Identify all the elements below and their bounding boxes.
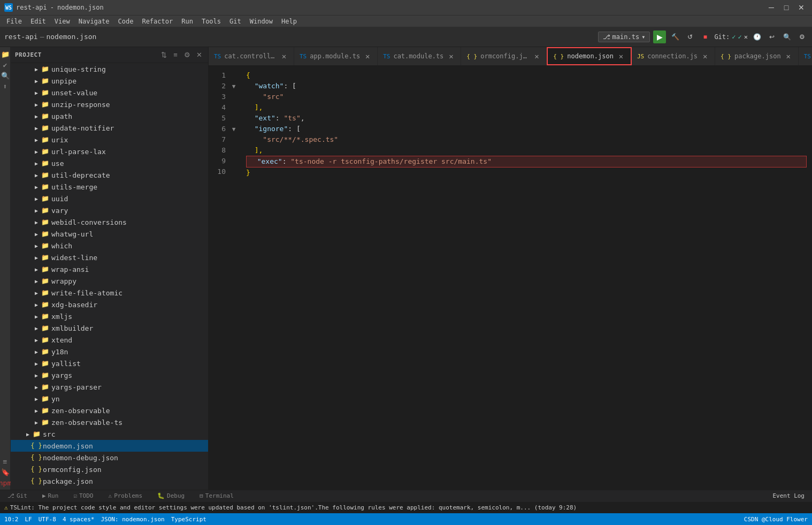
tree-item-vary[interactable]: ▶ 📁 vary bbox=[11, 204, 208, 216]
tab-close-icon[interactable]: ✕ bbox=[363, 52, 372, 60]
menu-run[interactable]: Run bbox=[177, 16, 197, 27]
menu-help[interactable]: Help bbox=[277, 16, 301, 27]
sidebar-settings-btn[interactable]: ⚙ bbox=[182, 50, 192, 60]
tree-item-unpipe[interactable]: ▶ 📁 unpipe bbox=[11, 75, 208, 87]
tree-item-nodemon-debug-json[interactable]: ▶ { } nodemon-debug.json bbox=[11, 452, 208, 463]
tree-item-xmljs[interactable]: ▶ 📁 xmljs bbox=[11, 310, 208, 322]
run-button[interactable]: ▶ bbox=[653, 31, 666, 43]
bottom-todo-tab[interactable]: ☑ TODO bbox=[70, 490, 96, 502]
menu-git[interactable]: Git bbox=[225, 16, 246, 27]
activity-pullreq-icon[interactable]: ⬆ bbox=[1, 81, 10, 91]
bottom-run-tab[interactable]: ▶ Run bbox=[39, 490, 62, 502]
tree-item-upath[interactable]: ▶ 📁 upath bbox=[11, 110, 208, 122]
close-button[interactable]: ✕ bbox=[795, 3, 808, 12]
tree-item-webidl-conversions[interactable]: ▶ 📁 webidl-conversions bbox=[11, 216, 208, 228]
status-position[interactable]: 10:2 bbox=[4, 516, 19, 523]
tab-close-icon[interactable]: ✕ bbox=[532, 52, 541, 60]
tree-item-wrappy[interactable]: ▶ 📁 wrappy bbox=[11, 275, 208, 287]
activity-search-icon[interactable]: 🔍 bbox=[1, 71, 10, 80]
menu-window[interactable]: Window bbox=[246, 16, 277, 27]
tab-nodemon-json[interactable]: { } nodemon.json ✕ bbox=[547, 47, 632, 65]
tree-item-src[interactable]: ▶ 📁 src bbox=[11, 428, 208, 440]
bottom-terminal-tab[interactable]: ⊟ Terminal bbox=[196, 490, 237, 502]
bottom-problems-tab[interactable]: ⚠ Problems bbox=[105, 490, 146, 502]
tree-item-url-parse-lax[interactable]: ▶ 📁 url-parse-lax bbox=[11, 146, 208, 157]
menu-file[interactable]: File bbox=[2, 16, 26, 27]
tree-item-update-notifier[interactable]: ▶ 📁 update-notifier bbox=[11, 122, 208, 134]
tree-item-unzip-response[interactable]: ▶ 📁 unzip-response bbox=[11, 98, 208, 110]
tree-item-write-file-atomic[interactable]: ▶ 📁 write-file-atomic bbox=[11, 287, 208, 299]
tab-ormconfig-json[interactable]: { } ormconfig.json ✕ bbox=[461, 47, 547, 65]
tab-close-icon[interactable]: ✕ bbox=[784, 52, 793, 60]
toolbar-settings-btn[interactable]: ⚙ bbox=[796, 31, 808, 43]
fold-arrow-watch[interactable]: ▼ bbox=[232, 83, 236, 90]
tab-cat-controller-ts[interactable]: TS cat.controller.ts ✕ bbox=[209, 47, 294, 65]
status-typescript[interactable]: TypeScript bbox=[171, 516, 206, 523]
tree-item-xdg-basedir[interactable]: ▶ 📁 xdg-basedir bbox=[11, 299, 208, 310]
tab-errors-interceptor[interactable]: TS errors.interceptor.t... ✕ bbox=[799, 47, 812, 65]
tree-item-zen-observable[interactable]: ▶ 📁 zen-observable bbox=[11, 405, 208, 416]
menu-view[interactable]: View bbox=[50, 16, 74, 27]
tree-item-utils-merge[interactable]: ▶ 📁 utils-merge bbox=[11, 181, 208, 193]
menu-navigate[interactable]: Navigate bbox=[74, 16, 114, 27]
tab-close-icon[interactable]: ✕ bbox=[280, 52, 288, 60]
tree-item-whatwg-url[interactable]: ▶ 📁 whatwg-url bbox=[11, 228, 208, 240]
status-line-ending[interactable]: LF bbox=[25, 516, 32, 523]
status-user[interactable]: CSDN @Cloud Flower bbox=[744, 516, 808, 523]
menu-code[interactable]: Code bbox=[114, 16, 138, 27]
tab-app-module-ts[interactable]: TS app.module.ts ✕ bbox=[294, 47, 378, 65]
tree-item-urix[interactable]: ▶ 📁 urix bbox=[11, 134, 208, 146]
menu-tools[interactable]: Tools bbox=[197, 16, 225, 27]
tree-item-util-deprecate[interactable]: ▶ 📁 util-deprecate bbox=[11, 169, 208, 181]
bottom-debug-tab[interactable]: 🐛 Debug bbox=[154, 490, 188, 502]
toolbar-clock-btn[interactable]: 🕐 bbox=[751, 31, 763, 43]
toolbar-build-btn[interactable]: 🔨 bbox=[669, 31, 681, 43]
toolbar-undo-btn[interactable]: ↩ bbox=[766, 31, 778, 43]
tab-connection-js[interactable]: JS connection.js ✕ bbox=[632, 47, 715, 65]
tree-item-yargs-parser[interactable]: ▶ 📁 yargs-parser bbox=[11, 381, 208, 393]
activity-commit-icon[interactable]: ✔ bbox=[1, 60, 10, 70]
bottom-git-tab[interactable]: ⎇ Git bbox=[4, 490, 30, 502]
tree-item-uuid[interactable]: ▶ 📁 uuid bbox=[11, 193, 208, 204]
tree-item-xtend[interactable]: ▶ 📁 xtend bbox=[11, 334, 208, 346]
menu-refactor[interactable]: Refactor bbox=[137, 16, 177, 27]
activity-bookmarks-icon[interactable]: 🔖 bbox=[1, 467, 10, 477]
tree-item-unset-value[interactable]: ▶ 📁 unset-value bbox=[11, 87, 208, 98]
tree-item-ormconfig-json[interactable]: ▶ { } ormconfig.json bbox=[11, 463, 208, 475]
toolbar-reload-btn[interactable]: ↺ bbox=[684, 31, 696, 43]
status-indent[interactable]: 4 spaces* bbox=[63, 516, 95, 523]
tab-close-icon[interactable]: ✕ bbox=[447, 52, 455, 60]
tab-close-icon[interactable]: ✕ bbox=[701, 52, 709, 60]
status-encoding[interactable]: UTF-8 bbox=[39, 516, 56, 523]
sidebar-sort-btn[interactable]: ⇅ bbox=[159, 50, 168, 60]
editor-right-scrollbar[interactable] bbox=[807, 66, 812, 490]
tree-item-widest-line[interactable]: ▶ 📁 widest-line bbox=[11, 252, 208, 263]
tree-item-zen-observable-ts[interactable]: ▶ 📁 zen-observable-ts bbox=[11, 416, 208, 428]
tree-item-use[interactable]: ▶ 📁 use bbox=[11, 157, 208, 169]
status-format[interactable]: JSON: nodemon.json bbox=[101, 516, 164, 523]
tree-item-which[interactable]: ▶ 📁 which bbox=[11, 240, 208, 252]
tab-close-icon[interactable]: ✕ bbox=[617, 52, 625, 60]
tree-item-nodemon-json[interactable]: ▶ { } nodemon.json bbox=[11, 440, 208, 452]
branch-selector[interactable]: ⎇ main.ts ▾ bbox=[598, 32, 650, 42]
event-log-label[interactable]: Event Log bbox=[769, 490, 808, 502]
tab-cat-module-ts[interactable]: TS cat.module.ts ✕ bbox=[378, 47, 461, 65]
sidebar-close-btn[interactable]: ✕ bbox=[194, 50, 204, 60]
sidebar-collapse-btn[interactable]: ≡ bbox=[171, 50, 180, 60]
tree-item-unique-string[interactable]: ▶ 📁 unique-string bbox=[11, 63, 208, 75]
activity-npm-icon[interactable]: npm bbox=[1, 478, 10, 488]
maximize-button[interactable]: □ bbox=[780, 3, 793, 12]
code-area[interactable]: { "watch": [ "src" ], "ext": "ts", "igno… bbox=[238, 66, 807, 490]
tree-item-y18n[interactable]: ▶ 📁 y18n bbox=[11, 346, 208, 357]
toolbar-search-btn[interactable]: 🔍 bbox=[781, 31, 793, 43]
tab-package-json[interactable]: { } package.json ✕ bbox=[715, 47, 799, 65]
fold-arrow-ignore[interactable]: ▼ bbox=[232, 126, 236, 133]
toolbar-stop-btn[interactable]: ■ bbox=[699, 31, 711, 43]
tree-item-yn[interactable]: ▶ 📁 yn bbox=[11, 393, 208, 405]
tree-item-xmlbuilder[interactable]: ▶ 📁 xmlbuilder bbox=[11, 322, 208, 334]
tree-item-package-json[interactable]: ▶ { } package.json bbox=[11, 475, 208, 487]
menu-edit[interactable]: Edit bbox=[26, 16, 50, 27]
minimize-button[interactable]: ─ bbox=[765, 3, 778, 12]
activity-project-icon[interactable]: 📁 bbox=[1, 49, 10, 59]
activity-structure-icon[interactable]: ≡ bbox=[1, 456, 10, 466]
